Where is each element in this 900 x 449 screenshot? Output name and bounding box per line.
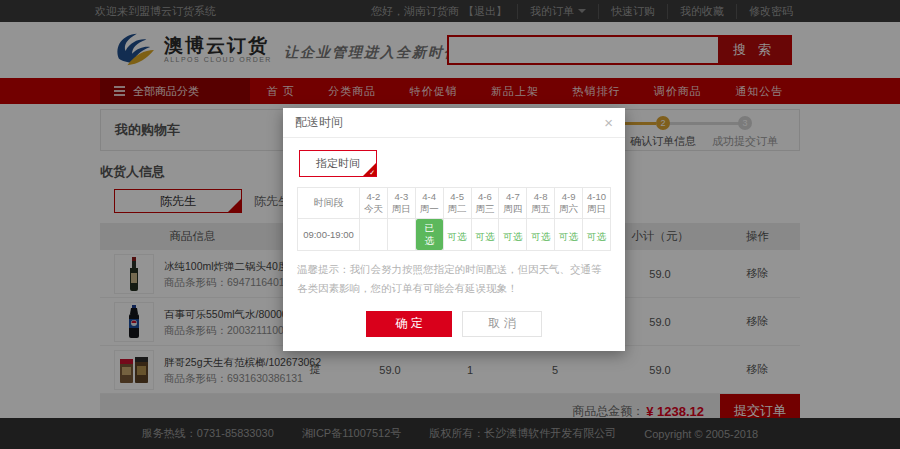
- specified-time-button[interactable]: 指定时间: [299, 150, 377, 177]
- delivery-tip-text: 温馨提示：我们会努力按照您指定的时间配送，但因天气、交通等各类因素影响，您的订单…: [297, 260, 611, 298]
- schedule-time-range: 09:00-19:00: [298, 219, 360, 251]
- cancel-button[interactable]: 取 消: [462, 311, 542, 337]
- schedule-slot-available[interactable]: 可选: [555, 219, 583, 251]
- modal-title: 配送时间: [295, 114, 343, 131]
- schedule-date-header: 4-5周二: [443, 188, 471, 219]
- schedule-date-header: 4-2今天: [360, 188, 388, 219]
- close-icon[interactable]: ×: [604, 115, 613, 130]
- schedule-slot-available[interactable]: 可选: [527, 219, 555, 251]
- schedule-slot: [360, 219, 388, 251]
- schedule-date-header: 4-7周四: [499, 188, 527, 219]
- schedule-slot-available[interactable]: 可选: [499, 219, 527, 251]
- delivery-time-modal: 配送时间 × 指定时间 时间段 4-2今天 4-3周日 4-4周一 4-5周二 …: [283, 108, 625, 351]
- schedule-slot-available[interactable]: 可选: [443, 219, 471, 251]
- schedule-date-header: 4-4周一: [415, 188, 443, 219]
- schedule-slot: [387, 219, 415, 251]
- schedule-slot-selected[interactable]: 已选: [415, 219, 443, 251]
- schedule-slot-available[interactable]: 可选: [583, 219, 611, 251]
- confirm-button[interactable]: 确 定: [366, 311, 452, 337]
- corner-check-icon: [363, 163, 376, 176]
- schedule-slot-available[interactable]: 可选: [471, 219, 499, 251]
- schedule-date-header: 4-3周日: [387, 188, 415, 219]
- schedule-date-header: 4-8周五: [527, 188, 555, 219]
- schedule-date-header: 4-10周日: [583, 188, 611, 219]
- schedule-time-header: 时间段: [298, 188, 360, 219]
- schedule-date-header: 4-9周六: [555, 188, 583, 219]
- schedule-date-header: 4-6周三: [471, 188, 499, 219]
- delivery-schedule-table: 时间段 4-2今天 4-3周日 4-4周一 4-5周二 4-6周三 4-7周四 …: [297, 187, 611, 251]
